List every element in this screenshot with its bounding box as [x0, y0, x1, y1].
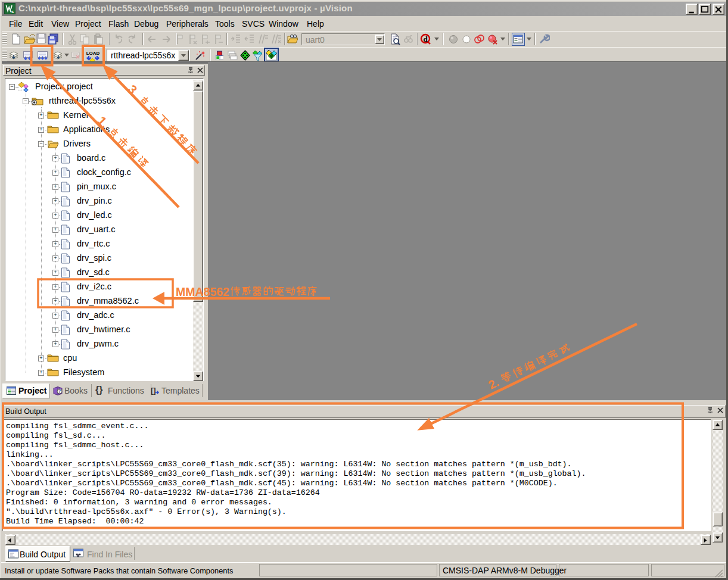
- svg-text:?: ?: [58, 389, 61, 394]
- svg-text:s: s: [11, 9, 14, 14]
- svg-text:[]: []: [151, 386, 156, 395]
- svg-text:LOAD: LOAD: [86, 51, 100, 56]
- svg-text:d: d: [423, 35, 428, 43]
